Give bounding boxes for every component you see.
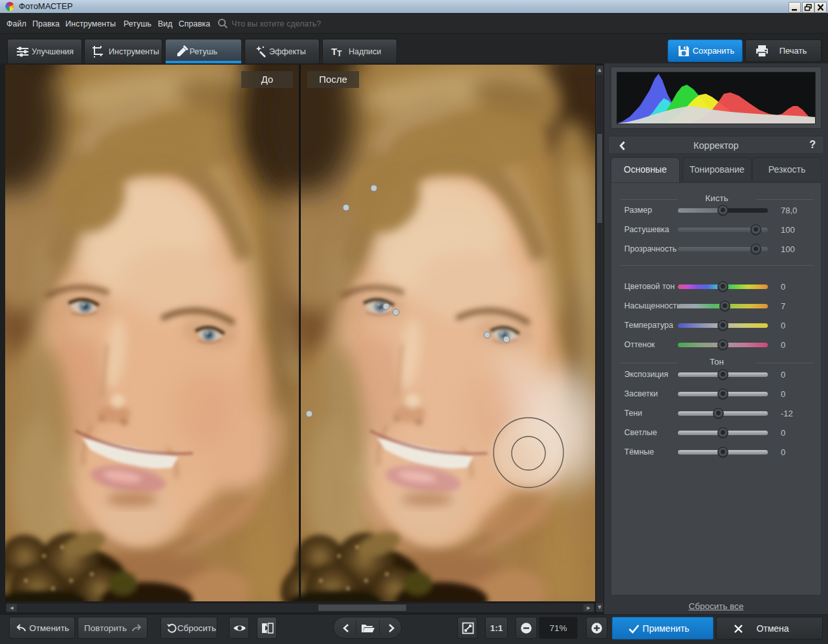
- svg-text:T: T: [331, 46, 337, 57]
- svg-text:T: T: [337, 49, 342, 58]
